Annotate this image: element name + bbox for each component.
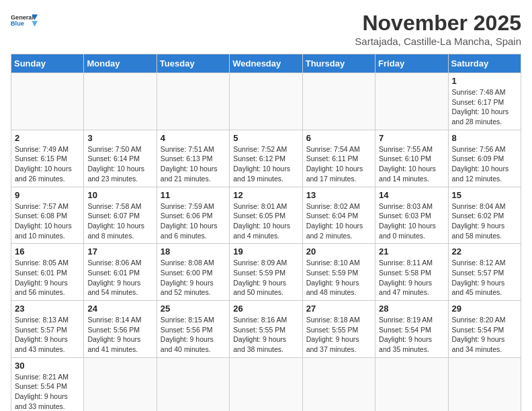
calendar-cell: 25Sunrise: 8:15 AM Sunset: 5:56 PM Dayli… [157,301,229,358]
weekday-header-wednesday: Wednesday [230,54,302,73]
day-info: Sunrise: 8:04 AM Sunset: 6:02 PM Dayligh… [452,201,517,241]
day-info: Sunrise: 8:16 AM Sunset: 5:55 PM Dayligh… [233,315,298,355]
day-number: 30 [15,361,80,371]
day-info: Sunrise: 8:14 AM Sunset: 5:56 PM Dayligh… [87,315,152,355]
calendar-cell: 9Sunrise: 7:57 AM Sunset: 6:08 PM Daylig… [11,187,84,244]
svg-text:General: General [11,14,34,21]
general-blue-logo-icon: General Blue [11,12,38,28]
weekday-header-monday: Monday [84,54,157,73]
calendar-cell [84,73,157,130]
day-number: 4 [161,133,226,143]
calendar-cell [157,357,229,411]
calendar-cell: 4Sunrise: 7:51 AM Sunset: 6:13 PM Daylig… [157,130,229,187]
day-number: 14 [379,190,444,200]
calendar-cell [448,357,521,411]
calendar-cell: 12Sunrise: 8:01 AM Sunset: 6:05 PM Dayli… [230,187,302,244]
svg-marker-3 [32,21,38,27]
day-number: 26 [233,304,298,314]
calendar-cell: 14Sunrise: 8:03 AM Sunset: 6:03 PM Dayli… [375,187,448,244]
calendar-cell [302,357,375,411]
calendar-cell: 18Sunrise: 8:08 AM Sunset: 6:00 PM Dayli… [157,244,229,301]
day-info: Sunrise: 8:21 AM Sunset: 5:54 PM Dayligh… [15,372,80,411]
day-number: 27 [306,304,371,314]
day-info: Sunrise: 7:48 AM Sunset: 6:17 PM Dayligh… [452,87,517,127]
day-number: 5 [233,133,298,143]
calendar-cell [230,73,302,130]
calendar-cell [302,73,375,130]
calendar-cell: 3Sunrise: 7:50 AM Sunset: 6:14 PM Daylig… [84,130,157,187]
calendar-body: 1Sunrise: 7:48 AM Sunset: 6:17 PM Daylig… [11,73,521,412]
calendar-cell: 29Sunrise: 8:20 AM Sunset: 5:54 PM Dayli… [448,301,521,358]
calendar-cell: 24Sunrise: 8:14 AM Sunset: 5:56 PM Dayli… [84,301,157,358]
calendar-cell: 30Sunrise: 8:21 AM Sunset: 5:54 PM Dayli… [11,357,84,411]
logo: General Blue [11,11,38,28]
day-number: 15 [452,190,517,200]
calendar-week-row: 30Sunrise: 8:21 AM Sunset: 5:54 PM Dayli… [11,357,521,411]
day-number: 1 [452,76,517,86]
weekday-header-saturday: Saturday [448,54,521,73]
day-number: 20 [306,246,371,257]
weekday-header-thursday: Thursday [302,54,375,73]
day-number: 22 [452,246,517,257]
calendar-week-row: 1Sunrise: 7:48 AM Sunset: 6:17 PM Daylig… [11,73,521,130]
calendar-week-row: 2Sunrise: 7:49 AM Sunset: 6:15 PM Daylig… [11,130,521,187]
day-number: 17 [87,246,152,257]
calendar-cell: 21Sunrise: 8:11 AM Sunset: 5:58 PM Dayli… [375,244,448,301]
day-number: 28 [379,304,444,314]
day-info: Sunrise: 8:08 AM Sunset: 6:00 PM Dayligh… [161,258,226,298]
day-number: 9 [15,190,80,200]
calendar-cell [84,357,157,411]
day-info: Sunrise: 8:12 AM Sunset: 5:57 PM Dayligh… [452,258,517,298]
day-info: Sunrise: 7:55 AM Sunset: 6:10 PM Dayligh… [379,144,444,184]
day-number: 2 [15,133,80,143]
day-info: Sunrise: 7:51 AM Sunset: 6:13 PM Dayligh… [161,144,226,184]
calendar-cell: 19Sunrise: 8:09 AM Sunset: 5:59 PM Dayli… [230,244,302,301]
calendar-cell [157,73,229,130]
day-info: Sunrise: 8:03 AM Sunset: 6:03 PM Dayligh… [379,201,444,241]
day-info: Sunrise: 7:54 AM Sunset: 6:11 PM Dayligh… [306,144,371,184]
calendar-cell [375,357,448,411]
day-info: Sunrise: 7:52 AM Sunset: 6:12 PM Dayligh… [233,144,298,184]
day-number: 16 [15,246,80,257]
calendar-cell: 8Sunrise: 7:56 AM Sunset: 6:09 PM Daylig… [448,130,521,187]
day-info: Sunrise: 8:11 AM Sunset: 5:58 PM Dayligh… [379,258,444,298]
month-title: November 2025 [355,11,521,36]
calendar-cell: 17Sunrise: 8:06 AM Sunset: 6:01 PM Dayli… [84,244,157,301]
day-number: 13 [306,190,371,200]
day-info: Sunrise: 8:02 AM Sunset: 6:04 PM Dayligh… [306,201,371,241]
calendar-cell [375,73,448,130]
day-info: Sunrise: 8:18 AM Sunset: 5:55 PM Dayligh… [306,315,371,355]
day-info: Sunrise: 8:19 AM Sunset: 5:54 PM Dayligh… [379,315,444,355]
calendar-cell [230,357,302,411]
day-number: 19 [233,246,298,257]
weekday-header-sunday: Sunday [11,54,84,73]
calendar-cell: 2Sunrise: 7:49 AM Sunset: 6:15 PM Daylig… [11,130,84,187]
day-number: 18 [161,246,226,257]
day-number: 25 [161,304,226,314]
calendar-cell: 22Sunrise: 8:12 AM Sunset: 5:57 PM Dayli… [448,244,521,301]
svg-text:Blue: Blue [11,20,24,27]
calendar-cell: 13Sunrise: 8:02 AM Sunset: 6:04 PM Dayli… [302,187,375,244]
day-info: Sunrise: 8:13 AM Sunset: 5:57 PM Dayligh… [15,315,80,355]
weekday-header-row: SundayMondayTuesdayWednesdayThursdayFrid… [11,54,521,73]
calendar-week-row: 9Sunrise: 7:57 AM Sunset: 6:08 PM Daylig… [11,187,521,244]
calendar-cell: 5Sunrise: 7:52 AM Sunset: 6:12 PM Daylig… [230,130,302,187]
day-number: 12 [233,190,298,200]
calendar-cell: 15Sunrise: 8:04 AM Sunset: 6:02 PM Dayli… [448,187,521,244]
calendar-table: SundayMondayTuesdayWednesdayThursdayFrid… [11,54,521,411]
calendar-cell: 10Sunrise: 7:58 AM Sunset: 6:07 PM Dayli… [84,187,157,244]
day-info: Sunrise: 8:15 AM Sunset: 5:56 PM Dayligh… [161,315,226,355]
calendar-week-row: 16Sunrise: 8:05 AM Sunset: 6:01 PM Dayli… [11,244,521,301]
day-info: Sunrise: 8:01 AM Sunset: 6:05 PM Dayligh… [233,201,298,241]
day-number: 24 [87,304,152,314]
day-number: 10 [87,190,152,200]
day-number: 29 [452,304,517,314]
location-subtitle: Sartajada, Castille-La Mancha, Spain [355,36,521,47]
calendar-cell [11,73,84,130]
day-number: 21 [379,246,444,257]
weekday-header-friday: Friday [375,54,448,73]
day-info: Sunrise: 7:56 AM Sunset: 6:09 PM Dayligh… [452,144,517,184]
calendar-cell: 26Sunrise: 8:16 AM Sunset: 5:55 PM Dayli… [230,301,302,358]
page-header: General Blue November 2025 Sartajada, Ca… [11,11,521,47]
day-number: 8 [452,133,517,143]
